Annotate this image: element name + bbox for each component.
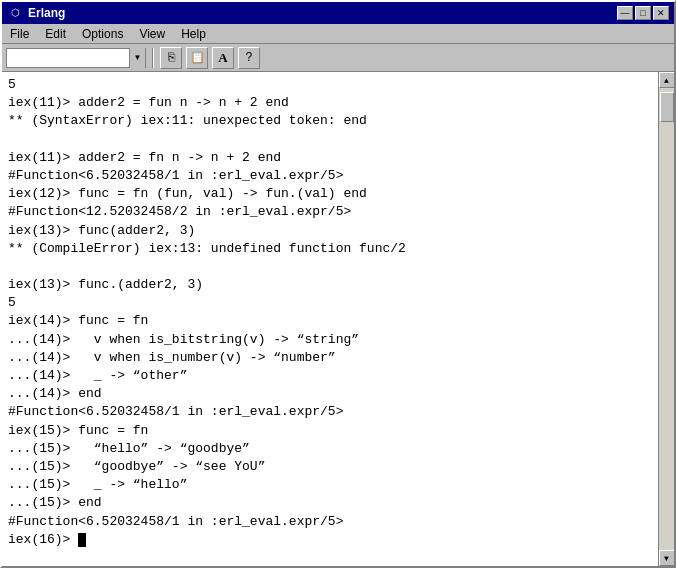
content-area: 5 iex(11)> adder2 = fun n -> n + 2 end *…: [2, 72, 674, 566]
toolbar-dropdown[interactable]: ▼: [6, 48, 146, 68]
scroll-up-button[interactable]: ▲: [659, 72, 675, 88]
scrollbar-thumb[interactable]: [660, 92, 674, 122]
window-title: Erlang: [28, 6, 65, 20]
title-bar-left: ⬡ Erlang: [7, 5, 65, 21]
toolbar-separator-1: [152, 48, 154, 68]
font-button[interactable]: A: [212, 47, 234, 69]
scrollbar-vertical: ▲ ▼: [658, 72, 674, 566]
menu-options[interactable]: Options: [74, 25, 131, 43]
terminal-output: 5 iex(11)> adder2 = fun n -> n + 2 end *…: [8, 76, 652, 549]
toolbar: ▼ ⎘ 📋 A ?: [2, 44, 674, 72]
maximize-button[interactable]: □: [635, 6, 651, 20]
minimize-button[interactable]: —: [617, 6, 633, 20]
menu-file[interactable]: File: [2, 25, 37, 43]
help-icon: ?: [245, 51, 252, 65]
scrollbar-track[interactable]: [659, 88, 675, 550]
terminal[interactable]: 5 iex(11)> adder2 = fun n -> n + 2 end *…: [2, 72, 658, 566]
help-button[interactable]: ?: [238, 47, 260, 69]
menu-view[interactable]: View: [131, 25, 173, 43]
paste-icon: 📋: [190, 50, 205, 65]
copy-button[interactable]: ⎘: [160, 47, 182, 69]
close-button[interactable]: ✕: [653, 6, 669, 20]
dropdown-arrow-icon[interactable]: ▼: [129, 48, 145, 68]
menu-help[interactable]: Help: [173, 25, 214, 43]
font-icon: A: [218, 50, 227, 66]
title-bar: ⬡ Erlang — □ ✕: [2, 2, 674, 24]
menu-bar: File Edit Options View Help: [2, 24, 674, 44]
title-buttons: — □ ✕: [617, 6, 669, 20]
scroll-down-button[interactable]: ▼: [659, 550, 675, 566]
main-window: ⬡ Erlang — □ ✕ File Edit Options View He…: [0, 0, 676, 568]
menu-edit[interactable]: Edit: [37, 25, 74, 43]
copy-icon: ⎘: [168, 51, 175, 65]
terminal-cursor: [78, 533, 86, 547]
paste-button[interactable]: 📋: [186, 47, 208, 69]
app-icon: ⬡: [7, 5, 23, 21]
